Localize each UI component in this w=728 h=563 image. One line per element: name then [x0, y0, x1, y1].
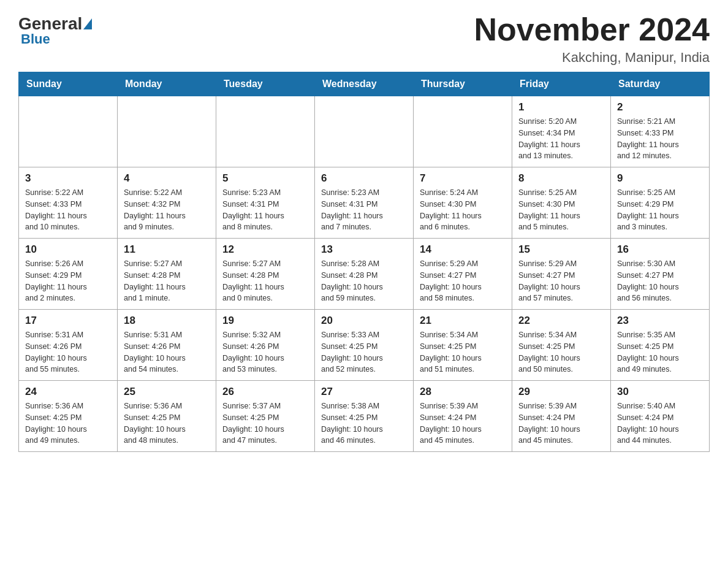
day-info: Sunrise: 5:22 AMSunset: 4:33 PMDaylight:… [25, 187, 111, 233]
calendar-cell: 10Sunrise: 5:26 AMSunset: 4:29 PMDayligh… [19, 239, 118, 310]
day-number: 7 [420, 172, 506, 185]
day-info: Sunrise: 5:24 AMSunset: 4:30 PMDaylight:… [420, 187, 506, 233]
calendar-cell: 8Sunrise: 5:25 AMSunset: 4:30 PMDaylight… [512, 167, 611, 239]
logo: General Blue [18, 12, 92, 47]
calendar-cell: 25Sunrise: 5:36 AMSunset: 4:25 PMDayligh… [118, 381, 216, 452]
calendar-week-row: 3Sunrise: 5:22 AMSunset: 4:33 PMDaylight… [19, 167, 710, 239]
calendar-cell: 17Sunrise: 5:31 AMSunset: 4:26 PMDayligh… [19, 310, 118, 381]
day-info: Sunrise: 5:29 AMSunset: 4:27 PMDaylight:… [518, 258, 604, 304]
day-info: Sunrise: 5:40 AMSunset: 4:24 PMDaylight:… [617, 400, 703, 446]
day-number: 30 [617, 386, 703, 398]
day-info: Sunrise: 5:30 AMSunset: 4:27 PMDaylight:… [617, 258, 703, 304]
day-info: Sunrise: 5:39 AMSunset: 4:24 PMDaylight:… [420, 400, 506, 446]
day-number: 18 [124, 315, 210, 327]
day-info: Sunrise: 5:20 AMSunset: 4:34 PMDaylight:… [518, 116, 604, 162]
day-number: 6 [321, 172, 407, 185]
logo-blue-text: Blue [21, 31, 50, 47]
calendar-cell: 30Sunrise: 5:40 AMSunset: 4:24 PMDayligh… [611, 381, 710, 452]
day-number: 29 [518, 386, 604, 398]
day-info: Sunrise: 5:31 AMSunset: 4:26 PMDaylight:… [25, 329, 111, 375]
day-number: 22 [518, 315, 604, 327]
calendar-cell: 27Sunrise: 5:38 AMSunset: 4:25 PMDayligh… [315, 381, 414, 452]
day-info: Sunrise: 5:23 AMSunset: 4:31 PMDaylight:… [222, 187, 308, 233]
day-number: 14 [420, 243, 506, 256]
column-header-friday: Friday [512, 72, 611, 96]
day-number: 17 [25, 315, 111, 327]
day-info: Sunrise: 5:25 AMSunset: 4:29 PMDaylight:… [617, 187, 703, 233]
day-number: 23 [617, 315, 703, 327]
calendar-cell [118, 96, 216, 167]
column-header-thursday: Thursday [414, 72, 512, 96]
calendar-cell: 16Sunrise: 5:30 AMSunset: 4:27 PMDayligh… [611, 239, 710, 310]
day-info: Sunrise: 5:37 AMSunset: 4:25 PMDaylight:… [222, 400, 308, 446]
calendar-cell: 26Sunrise: 5:37 AMSunset: 4:25 PMDayligh… [216, 381, 315, 452]
day-number: 13 [321, 243, 407, 256]
calendar-cell: 3Sunrise: 5:22 AMSunset: 4:33 PMDaylight… [19, 167, 118, 239]
day-number: 15 [518, 243, 604, 256]
calendar-cell: 14Sunrise: 5:29 AMSunset: 4:27 PMDayligh… [414, 239, 512, 310]
calendar-cell: 23Sunrise: 5:35 AMSunset: 4:25 PMDayligh… [611, 310, 710, 381]
day-info: Sunrise: 5:35 AMSunset: 4:25 PMDaylight:… [617, 329, 703, 375]
calendar-cell: 4Sunrise: 5:22 AMSunset: 4:32 PMDaylight… [118, 167, 216, 239]
column-header-wednesday: Wednesday [315, 72, 414, 96]
day-number: 25 [124, 386, 210, 398]
logo-triangle-icon [83, 18, 92, 29]
calendar-cell [414, 96, 512, 167]
day-info: Sunrise: 5:34 AMSunset: 4:25 PMDaylight:… [518, 329, 604, 375]
day-number: 1 [518, 101, 604, 113]
calendar-cell: 21Sunrise: 5:34 AMSunset: 4:25 PMDayligh… [414, 310, 512, 381]
calendar-cell [216, 96, 315, 167]
calendar-cell: 28Sunrise: 5:39 AMSunset: 4:24 PMDayligh… [414, 381, 512, 452]
calendar-cell: 7Sunrise: 5:24 AMSunset: 4:30 PMDaylight… [414, 167, 512, 239]
column-header-tuesday: Tuesday [216, 72, 315, 96]
calendar-week-row: 10Sunrise: 5:26 AMSunset: 4:29 PMDayligh… [19, 239, 710, 310]
day-info: Sunrise: 5:36 AMSunset: 4:25 PMDaylight:… [124, 400, 210, 446]
day-number: 10 [25, 243, 111, 256]
page-header: General Blue November 2024 Kakching, Man… [18, 12, 710, 66]
day-number: 21 [420, 315, 506, 327]
calendar-cell: 29Sunrise: 5:39 AMSunset: 4:24 PMDayligh… [512, 381, 611, 452]
day-number: 5 [222, 172, 308, 185]
calendar-cell: 2Sunrise: 5:21 AMSunset: 4:33 PMDaylight… [611, 96, 710, 167]
day-number: 27 [321, 386, 407, 398]
day-info: Sunrise: 5:33 AMSunset: 4:25 PMDaylight:… [321, 329, 407, 375]
calendar-cell: 24Sunrise: 5:36 AMSunset: 4:25 PMDayligh… [19, 381, 118, 452]
calendar-header-row: SundayMondayTuesdayWednesdayThursdayFrid… [19, 72, 710, 96]
calendar-week-row: 17Sunrise: 5:31 AMSunset: 4:26 PMDayligh… [19, 310, 710, 381]
calendar-cell: 22Sunrise: 5:34 AMSunset: 4:25 PMDayligh… [512, 310, 611, 381]
calendar-cell: 11Sunrise: 5:27 AMSunset: 4:28 PMDayligh… [118, 239, 216, 310]
day-number: 12 [222, 243, 308, 256]
calendar-cell: 12Sunrise: 5:27 AMSunset: 4:28 PMDayligh… [216, 239, 315, 310]
day-info: Sunrise: 5:32 AMSunset: 4:26 PMDaylight:… [222, 329, 308, 375]
day-info: Sunrise: 5:27 AMSunset: 4:28 PMDaylight:… [222, 258, 308, 304]
calendar-table: SundayMondayTuesdayWednesdayThursdayFrid… [18, 72, 710, 452]
day-number: 24 [25, 386, 111, 398]
calendar-cell: 13Sunrise: 5:28 AMSunset: 4:28 PMDayligh… [315, 239, 414, 310]
day-number: 11 [124, 243, 210, 256]
calendar-cell: 9Sunrise: 5:25 AMSunset: 4:29 PMDaylight… [611, 167, 710, 239]
day-number: 16 [617, 243, 703, 256]
month-title: November 2024 [474, 12, 710, 47]
day-info: Sunrise: 5:31 AMSunset: 4:26 PMDaylight:… [124, 329, 210, 375]
day-number: 4 [124, 172, 210, 185]
logo-general-text: General [18, 15, 82, 33]
calendar-cell [19, 96, 118, 167]
day-number: 9 [617, 172, 703, 185]
day-info: Sunrise: 5:27 AMSunset: 4:28 PMDaylight:… [124, 258, 210, 304]
day-info: Sunrise: 5:26 AMSunset: 4:29 PMDaylight:… [25, 258, 111, 304]
location: Kakching, Manipur, India [474, 50, 710, 66]
day-number: 2 [617, 101, 703, 113]
calendar-week-row: 1Sunrise: 5:20 AMSunset: 4:34 PMDaylight… [19, 96, 710, 167]
day-number: 3 [25, 172, 111, 185]
calendar-cell: 20Sunrise: 5:33 AMSunset: 4:25 PMDayligh… [315, 310, 414, 381]
calendar-cell [315, 96, 414, 167]
column-header-saturday: Saturday [611, 72, 710, 96]
day-info: Sunrise: 5:29 AMSunset: 4:27 PMDaylight:… [420, 258, 506, 304]
day-info: Sunrise: 5:22 AMSunset: 4:32 PMDaylight:… [124, 187, 210, 233]
title-area: November 2024 Kakching, Manipur, India [474, 12, 710, 66]
column-header-monday: Monday [118, 72, 216, 96]
day-number: 8 [518, 172, 604, 185]
calendar-cell: 5Sunrise: 5:23 AMSunset: 4:31 PMDaylight… [216, 167, 315, 239]
day-info: Sunrise: 5:21 AMSunset: 4:33 PMDaylight:… [617, 116, 703, 162]
day-number: 28 [420, 386, 506, 398]
